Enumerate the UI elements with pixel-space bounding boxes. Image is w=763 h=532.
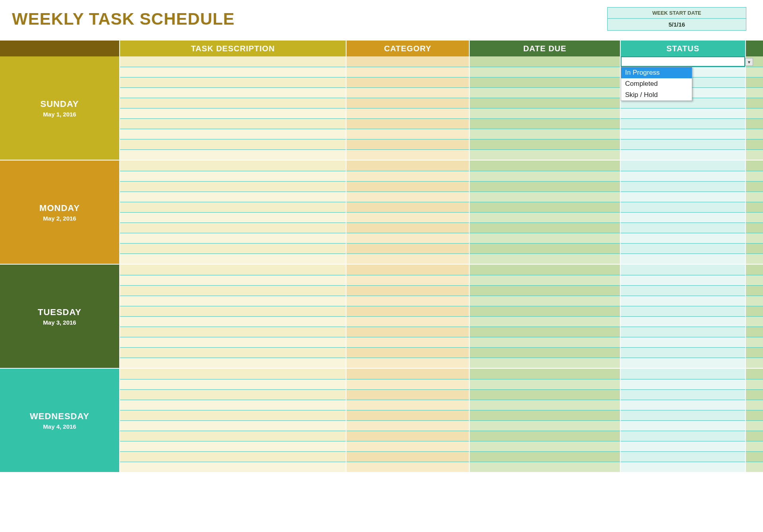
data-cell[interactable] bbox=[621, 202, 745, 212]
data-cell[interactable]: ▼In ProgressCompletedSkip / Hold bbox=[621, 56, 745, 67]
data-cell[interactable] bbox=[746, 212, 763, 222]
data-cell[interactable] bbox=[470, 129, 620, 139]
data-cell[interactable] bbox=[347, 67, 469, 77]
data-cell[interactable] bbox=[746, 306, 763, 316]
data-cell[interactable] bbox=[470, 87, 620, 98]
data-cell[interactable] bbox=[347, 358, 469, 368]
data-cell[interactable] bbox=[120, 347, 346, 358]
data-cell[interactable] bbox=[347, 265, 469, 275]
data-cell[interactable] bbox=[621, 327, 745, 337]
data-cell[interactable] bbox=[347, 181, 469, 192]
data-cell[interactable] bbox=[347, 108, 469, 118]
data-cell[interactable] bbox=[347, 98, 469, 108]
data-cell[interactable] bbox=[621, 296, 745, 306]
data-cell[interactable] bbox=[621, 347, 745, 358]
data-cell[interactable] bbox=[120, 275, 346, 285]
data-cell[interactable] bbox=[120, 212, 346, 222]
data-cell[interactable] bbox=[347, 451, 469, 462]
data-cell[interactable] bbox=[470, 67, 620, 77]
data-cell[interactable] bbox=[746, 389, 763, 400]
data-cell[interactable] bbox=[470, 369, 620, 379]
data-cell[interactable] bbox=[621, 431, 745, 441]
data-cell[interactable] bbox=[621, 118, 745, 129]
data-cell[interactable] bbox=[470, 420, 620, 431]
data-cell[interactable] bbox=[621, 171, 745, 181]
data-cell[interactable] bbox=[347, 233, 469, 243]
data-cell[interactable] bbox=[470, 265, 620, 275]
data-cell[interactable] bbox=[470, 316, 620, 327]
data-cell[interactable] bbox=[347, 327, 469, 337]
data-cell[interactable] bbox=[347, 347, 469, 358]
data-cell[interactable] bbox=[347, 118, 469, 129]
data-cell[interactable] bbox=[621, 389, 745, 400]
data-cell[interactable] bbox=[470, 431, 620, 441]
data-cell[interactable] bbox=[621, 316, 745, 327]
data-cell[interactable] bbox=[470, 222, 620, 233]
data-cell[interactable] bbox=[120, 420, 346, 431]
data-cell[interactable] bbox=[120, 441, 346, 451]
data-cell[interactable] bbox=[347, 87, 469, 98]
data-cell[interactable] bbox=[621, 265, 745, 275]
data-cell[interactable] bbox=[621, 337, 745, 347]
data-cell[interactable] bbox=[120, 306, 346, 316]
data-cell[interactable] bbox=[120, 108, 346, 118]
data-cell[interactable] bbox=[746, 233, 763, 243]
data-cell[interactable] bbox=[470, 77, 620, 87]
data-cell[interactable] bbox=[347, 285, 469, 296]
data-cell[interactable] bbox=[347, 253, 469, 264]
data-cell[interactable] bbox=[621, 400, 745, 410]
data-cell[interactable] bbox=[470, 462, 620, 472]
data-cell[interactable] bbox=[347, 306, 469, 316]
data-cell[interactable] bbox=[470, 98, 620, 108]
data-cell[interactable] bbox=[746, 420, 763, 431]
status-dropdown[interactable]: In ProgressCompletedSkip / Hold bbox=[621, 67, 692, 101]
data-cell[interactable] bbox=[347, 129, 469, 139]
data-cell[interactable] bbox=[470, 139, 620, 149]
data-cell[interactable] bbox=[347, 212, 469, 222]
data-cell[interactable] bbox=[470, 285, 620, 296]
data-cell[interactable] bbox=[120, 233, 346, 243]
data-cell[interactable] bbox=[621, 420, 745, 431]
data-cell[interactable] bbox=[621, 285, 745, 296]
data-cell[interactable] bbox=[470, 149, 620, 160]
data-cell[interactable] bbox=[746, 202, 763, 212]
data-cell[interactable] bbox=[621, 253, 745, 264]
data-cell[interactable] bbox=[621, 139, 745, 149]
data-cell[interactable] bbox=[120, 139, 346, 149]
data-cell[interactable] bbox=[746, 369, 763, 379]
data-cell[interactable] bbox=[470, 400, 620, 410]
data-cell[interactable] bbox=[621, 149, 745, 160]
data-cell[interactable] bbox=[746, 327, 763, 337]
data-cell[interactable] bbox=[120, 327, 346, 337]
data-cell[interactable] bbox=[746, 253, 763, 264]
status-selected-cell[interactable]: ▼ bbox=[621, 56, 745, 67]
data-cell[interactable] bbox=[746, 379, 763, 389]
data-cell[interactable] bbox=[470, 192, 620, 202]
data-cell[interactable] bbox=[746, 296, 763, 306]
data-cell[interactable] bbox=[470, 379, 620, 389]
data-cell[interactable] bbox=[470, 389, 620, 400]
week-start-value[interactable]: 5/1/16 bbox=[608, 19, 746, 30]
data-cell[interactable] bbox=[347, 337, 469, 347]
data-cell[interactable] bbox=[746, 337, 763, 347]
data-cell[interactable] bbox=[120, 129, 346, 139]
data-cell[interactable] bbox=[746, 410, 763, 420]
data-cell[interactable] bbox=[746, 316, 763, 327]
data-cell[interactable] bbox=[470, 212, 620, 222]
data-cell[interactable] bbox=[470, 202, 620, 212]
data-cell[interactable] bbox=[120, 337, 346, 347]
data-cell[interactable] bbox=[120, 285, 346, 296]
data-cell[interactable] bbox=[120, 389, 346, 400]
data-cell[interactable] bbox=[120, 161, 346, 171]
data-cell[interactable] bbox=[746, 118, 763, 129]
data-cell[interactable] bbox=[120, 118, 346, 129]
data-cell[interactable] bbox=[120, 253, 346, 264]
data-cell[interactable] bbox=[621, 212, 745, 222]
data-cell[interactable] bbox=[120, 181, 346, 192]
data-cell[interactable] bbox=[621, 379, 745, 389]
data-cell[interactable] bbox=[347, 296, 469, 306]
data-cell[interactable] bbox=[746, 265, 763, 275]
data-cell[interactable] bbox=[347, 400, 469, 410]
data-cell[interactable] bbox=[120, 316, 346, 327]
data-cell[interactable] bbox=[347, 441, 469, 451]
